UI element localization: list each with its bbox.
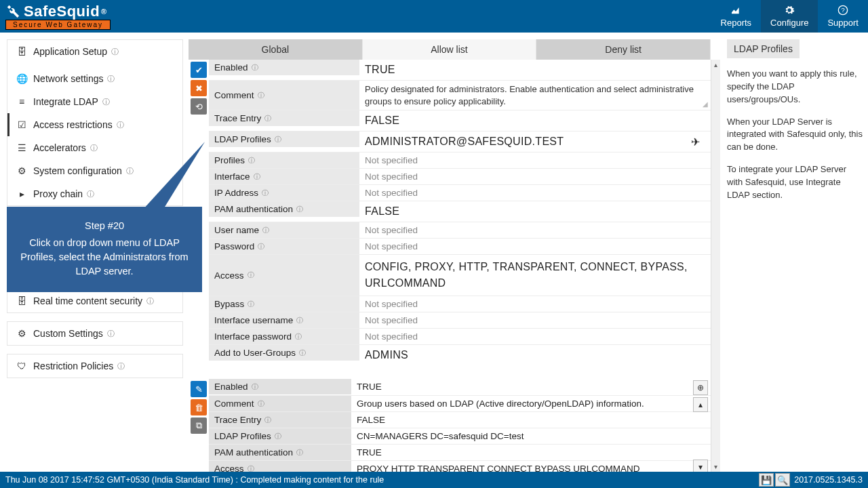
label-ifp: Interface password [214, 331, 292, 342]
main-panel: Global Allow list Deny list ✔ ✖ ⟲ Enable… [183, 33, 720, 472]
value-ifp[interactable]: Not specified [359, 329, 711, 344]
label-profiles: Profiles [214, 155, 245, 165]
scroll-up-icon[interactable]: ▴ [714, 60, 717, 70]
callout-step: Step #20 [16, 219, 193, 233]
sidebar-item-ldap[interactable]: ≡Integrate LDAPⓘ [7, 90, 182, 113]
label-aug: Add to User-Groups [214, 348, 296, 358]
value-bypass[interactable]: Not specified [359, 296, 711, 312]
undo-button[interactable]: ⟲ [191, 98, 207, 115]
label-pam: PAM authentication [214, 204, 293, 214]
sidebar-item-sysconf[interactable]: ⚙System configurationⓘ [7, 159, 182, 182]
value-trace[interactable]: FALSE [359, 110, 711, 131]
sidebar-item-accel[interactable]: ☰Acceleratorsⓘ [7, 136, 182, 159]
label-bypass: Bypass [214, 299, 244, 309]
label-interface: Interface [214, 171, 250, 182]
value-ip[interactable]: Not specified [359, 185, 711, 201]
tabs: Global Allow list Deny list [189, 39, 720, 60]
label-user: User name [214, 225, 259, 235]
value-interface[interactable]: Not specified [359, 169, 711, 184]
label-comment: Comment [214, 90, 254, 100]
label-enabled: Enabled [214, 62, 248, 73]
help-title: LDAP Profiles [727, 39, 800, 58]
scrollbar[interactable]: ▴ ▾ [711, 60, 720, 472]
check-icon: ☑ [16, 119, 28, 130]
move-top-button[interactable]: ⊕ [693, 380, 708, 395]
save-footer-button[interactable]: 💾 [759, 473, 774, 487]
sliders-icon: ⚙ [16, 328, 28, 339]
nav-support[interactable]: ? Support [818, 0, 868, 33]
value-comment[interactable]: Policy designated for administrators. En… [359, 81, 711, 110]
value-access[interactable]: CONFIG, PROXY, HTTP, TRANSPARENT, CONNEC… [359, 255, 711, 296]
help-panel: LDAP Profiles When you want to apply thi… [720, 33, 868, 472]
label-ifu: Interface username [214, 315, 293, 325]
sidebar-rtcs[interactable]: 🗄Real time content securityⓘ [7, 289, 182, 312]
sliders-icon: ⚙ [16, 165, 28, 176]
wrench-icon [5, 4, 20, 19]
tab-allow[interactable]: Allow list [363, 39, 537, 60]
sidebar-item-network[interactable]: 🌐Network settingsⓘ [7, 67, 182, 90]
shield-icon: 🛡 [16, 361, 28, 371]
sidebar-restrict[interactable]: 🛡Restriction Policiesⓘ [7, 354, 182, 378]
sidebar-item-access[interactable]: ☑Access restrictionsⓘ [7, 113, 182, 136]
nav-configure[interactable]: Configure [761, 0, 818, 33]
value-aug[interactable]: ADMINS [359, 345, 711, 365]
status-bar: Thu Jun 08 2017 15:47:52 GMT+0530 (India… [0, 472, 868, 488]
help-p1: When you want to apply this rule, specif… [727, 68, 863, 106]
globe-icon: 🌐 [16, 73, 28, 84]
header-nav: Reports Configure ? Support [711, 0, 868, 33]
callout-text: Click on drop down menu of LDAP Profiles… [16, 236, 193, 279]
help-p3: To integrate your LDAP Server with Safes… [727, 163, 863, 202]
version-label: 2017.0525.1345.3 [794, 475, 863, 485]
resize-icon[interactable]: ◢ [703, 100, 708, 109]
value-profiles[interactable]: Not specified [359, 152, 711, 168]
tab-deny[interactable]: Deny list [536, 39, 711, 60]
label-pass: Password [214, 241, 254, 251]
brand-name: SafeSquid [24, 3, 100, 20]
cancel-button[interactable]: ✖ [191, 80, 207, 96]
nav-reports[interactable]: Reports [711, 0, 762, 33]
scroll-down-icon[interactable]: ▾ [714, 462, 717, 472]
value-ifu[interactable]: Not specified [359, 312, 711, 328]
arrow-icon: ▸ [16, 188, 28, 199]
list-icon: ≡ [16, 96, 28, 107]
move-down-button[interactable]: ▾ [693, 460, 708, 472]
svg-text:?: ? [842, 7, 845, 14]
brand-tagline: Secure Web Gateway [5, 20, 111, 30]
search-footer-button[interactable]: 🔍 [775, 473, 790, 487]
label-trace: Trace Entry [214, 113, 261, 123]
value-enabled[interactable]: TRUE [359, 60, 711, 80]
sidebar-custom[interactable]: ⚙Custom Settingsⓘ [7, 322, 182, 345]
edit-button[interactable]: ✎ [191, 381, 207, 397]
label-ldap: LDAP Profiles [214, 134, 271, 144]
value-ldap[interactable]: ADMINISTRATOR@SAFESQUID.TEST✈ [359, 131, 711, 152]
label-ip: IP Address [214, 188, 258, 198]
shield-icon: 🗄 [16, 296, 28, 306]
brand-logo: SafeSquid® Secure Web Gateway [5, 3, 111, 30]
save-button[interactable]: ✔ [191, 62, 207, 78]
value-pam[interactable]: FALSE [359, 201, 711, 222]
value-user[interactable]: Not specified [359, 222, 711, 238]
info-icon: ⓘ [111, 47, 119, 57]
app-header: SafeSquid® Secure Web Gateway Reports Co… [0, 0, 868, 33]
stack-icon: ☰ [16, 142, 28, 153]
status-text: Thu Jun 08 2017 15:47:52 GMT+0530 (India… [5, 475, 384, 485]
move-up-button[interactable]: ▴ [693, 397, 708, 412]
clone-button[interactable]: ⧉ [191, 418, 207, 434]
send-icon[interactable]: ✈ [691, 136, 700, 148]
tutorial-callout: Step #20 Click on drop down menu of LDAP… [7, 207, 202, 292]
help-p2: When your LDAP Server is integrated with… [727, 116, 863, 155]
briefcase-icon: 🗄 [16, 46, 28, 57]
value-pass[interactable]: Not specified [359, 239, 711, 254]
sidebar-app-setup[interactable]: 🗄 Application Setupⓘ [7, 40, 182, 63]
tab-global[interactable]: Global [189, 39, 363, 60]
label-access: Access [214, 270, 244, 281]
row-actions-2: ✎ 🗑 ⧉ [189, 379, 209, 472]
delete-button[interactable]: 🗑 [191, 399, 207, 415]
